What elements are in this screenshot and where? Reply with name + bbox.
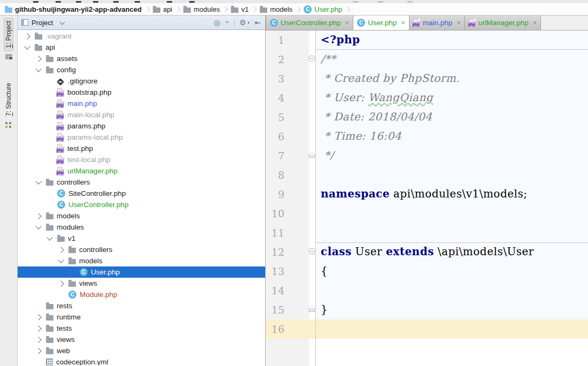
code-line[interactable]: 1<?php — [266, 30, 588, 50]
code-text[interactable] — [316, 223, 588, 242]
code-line[interactable]: 12class User extends \api\models\User — [266, 242, 588, 262]
code-line[interactable]: 10 — [266, 204, 588, 223]
code-text[interactable]: <?php — [316, 30, 588, 50]
fold-marker[interactable] — [309, 56, 315, 62]
project-panel-title[interactable]: Project — [32, 19, 53, 27]
editor-tab[interactable]: phpurlManager.php× — [465, 16, 541, 30]
tree-row[interactable]: phpmain-local.php — [18, 109, 265, 120]
tree-row[interactable]: v1 — [18, 233, 265, 244]
code-text[interactable] — [316, 204, 588, 223]
chevron-right-icon[interactable] — [24, 34, 35, 39]
chevron-right-icon[interactable] — [35, 315, 46, 319]
tree-row[interactable]: CUser.php — [18, 266, 265, 278]
code-line[interactable]: 14 — [266, 281, 588, 300]
tree-row[interactable]: .gitignore — [18, 75, 265, 87]
chevron-down-icon[interactable] — [60, 19, 65, 25]
tool-window-button[interactable]: 1: Project — [1, 18, 16, 59]
settings-icon[interactable]: ⚙ — [239, 19, 246, 26]
tree-row[interactable]: phpurlManager.php — [18, 165, 265, 177]
tree-row[interactable]: phpmain.php — [18, 98, 265, 109]
tree-row[interactable]: controllers — [18, 177, 265, 188]
chevron-down-icon[interactable] — [47, 237, 57, 240]
breadcrumb-item[interactable]: models — [260, 5, 292, 13]
editor-tab[interactable]: CUser.php× — [353, 16, 409, 30]
tool-window-button[interactable]: 7: Structure — [1, 80, 16, 128]
tree-row[interactable]: assets — [18, 53, 265, 64]
chevron-right-icon[interactable] — [58, 281, 68, 286]
hide-panel-icon[interactable]: ⇤ — [254, 19, 261, 26]
tree-row[interactable]: .vagrant — [18, 30, 265, 42]
tree-row[interactable]: phpbootstrap.php — [18, 87, 265, 98]
breadcrumb-item[interactable]: api — [153, 5, 172, 13]
tree-row[interactable]: phpparams-local.php — [18, 132, 265, 143]
breadcrumb-item[interactable]: v1 — [231, 5, 249, 13]
tree-row[interactable]: runtime — [18, 311, 265, 323]
chevron-down-icon[interactable] — [35, 181, 46, 184]
tree-row[interactable]: tests — [18, 323, 265, 334]
code-line[interactable]: 4 * User: WangQiang — [266, 88, 588, 108]
code-text[interactable]: * Time: 16:04 — [316, 127, 588, 146]
tree-row[interactable]: modules — [18, 222, 265, 233]
code-line[interactable]: 7 */ — [266, 146, 588, 165]
code-line[interactable]: 15} — [266, 300, 588, 319]
code-text[interactable]: class User extends \api\models\User — [316, 242, 588, 262]
close-icon[interactable]: × — [533, 19, 537, 26]
tree-row[interactable]: controllers — [18, 244, 265, 255]
fold-marker[interactable] — [309, 306, 315, 312]
tree-row[interactable]: models — [18, 210, 265, 222]
code-text[interactable]: * Created by PhpStorm. — [316, 69, 588, 88]
code-text[interactable]: /** — [316, 50, 588, 69]
code-text[interactable] — [316, 319, 588, 339]
code-text[interactable]: */ — [316, 146, 588, 165]
tree-row[interactable]: web — [18, 345, 265, 356]
breadcrumb-item[interactable]: github-shuijingwan-yii2-app-advanced — [5, 5, 142, 13]
breadcrumb-item[interactable]: modules — [183, 5, 220, 13]
tree-row[interactable]: api — [18, 42, 265, 53]
code-text[interactable]: { — [316, 262, 588, 281]
code-line[interactable]: 16 — [266, 319, 588, 339]
code-line[interactable]: 8 — [266, 165, 588, 185]
chevron-right-icon[interactable] — [35, 57, 46, 61]
chevron-down-icon[interactable] — [35, 226, 46, 228]
tree-row[interactable]: phptest.php — [18, 143, 265, 154]
code-text[interactable] — [316, 165, 588, 185]
close-icon[interactable]: × — [457, 19, 461, 26]
editor-tab[interactable]: CUserController.php× — [266, 16, 353, 30]
code-text[interactable]: * Date: 2018/04/04 — [316, 108, 588, 127]
code-line[interactable]: 6 * Time: 16:04 — [266, 127, 588, 146]
code-text[interactable]: namespace api\modules\v1\models; — [316, 185, 588, 204]
tree-row[interactable]: config — [18, 64, 265, 75]
close-icon[interactable]: × — [345, 19, 350, 26]
editor-content[interactable]: 1<?php2/**3 * Created by PhpStorm.4 * Us… — [266, 30, 588, 366]
tree-row[interactable]: views — [18, 278, 265, 289]
chevron-down-icon[interactable] — [24, 46, 35, 49]
collapse-all-icon[interactable]: ÷ — [225, 19, 229, 26]
chevron-right-icon[interactable] — [58, 248, 68, 252]
tree-row[interactable]: phpparams.php — [18, 120, 265, 132]
editor-tab[interactable]: phpmain.php× — [409, 16, 465, 30]
chevron-right-icon[interactable] — [35, 326, 46, 331]
tree-row[interactable]: models — [18, 255, 265, 266]
tree-row[interactable]: CSiteController.php — [18, 188, 265, 199]
tree-row[interactable]: rests — [18, 300, 265, 311]
code-line[interactable]: 13{ — [266, 262, 588, 281]
code-line[interactable]: 2/** — [266, 50, 588, 69]
code-text[interactable] — [316, 281, 588, 300]
code-line[interactable]: 11 — [266, 223, 588, 242]
chevron-right-icon[interactable] — [35, 338, 46, 342]
code-line[interactable]: 5 * Date: 2018/04/04 — [266, 108, 588, 127]
tree-row[interactable]: views — [18, 334, 265, 345]
chevron-right-icon[interactable] — [35, 214, 46, 218]
code-line[interactable]: 9namespace api\modules\v1\models; — [266, 185, 588, 204]
code-line[interactable]: 3 * Created by PhpStorm. — [266, 69, 588, 88]
code-text[interactable]: * User: WangQiang — [316, 88, 588, 108]
close-icon[interactable]: × — [401, 19, 405, 26]
code-text[interactable]: } — [316, 300, 588, 319]
tree-row[interactable]: phptest-local.php — [18, 154, 265, 165]
breadcrumb-item[interactable]: CUser.php — [304, 5, 342, 13]
tree-row[interactable]: codeception.yml — [18, 356, 265, 365]
locate-icon[interactable]: ◎ — [214, 19, 220, 26]
chevron-down-icon[interactable] — [35, 68, 46, 71]
tree-row[interactable]: CUserController.php — [18, 199, 265, 210]
fold-marker[interactable] — [309, 152, 315, 158]
